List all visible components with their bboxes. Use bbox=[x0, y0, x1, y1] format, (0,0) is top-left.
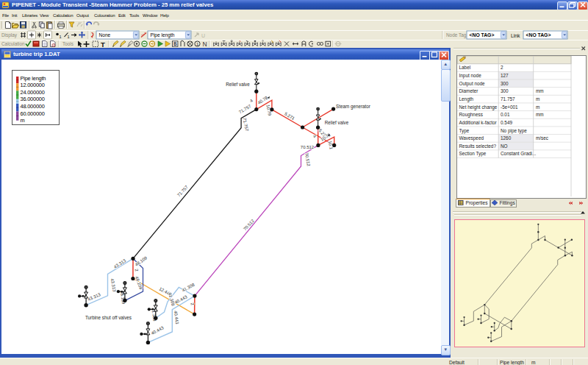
svg-text:-5e+001: -5e+001 bbox=[501, 104, 518, 109]
svg-text:Steam generator: Steam generator bbox=[336, 104, 370, 110]
svg-text:Tools: Tools bbox=[62, 41, 74, 46]
svg-text:Label: Label bbox=[459, 65, 471, 70]
svg-text:Calculation: Calculation bbox=[1, 41, 25, 46]
svg-text:Relief valve: Relief valve bbox=[325, 120, 349, 125]
svg-text:Wavespeed: Wavespeed bbox=[459, 135, 484, 141]
svg-text:43.313: 43.313 bbox=[87, 292, 101, 302]
svg-text:m: m bbox=[536, 104, 539, 109]
svg-text:NO: NO bbox=[501, 143, 508, 148]
svg-text:Pipe length: Pipe length bbox=[151, 32, 175, 38]
svg-text:1260: 1260 bbox=[501, 135, 512, 141]
svg-text:43.313: 43.313 bbox=[110, 278, 117, 293]
svg-text:0.01: 0.01 bbox=[501, 112, 510, 117]
svg-text:41.308: 41.308 bbox=[182, 282, 196, 292]
svg-text:Net height change: Net height change bbox=[459, 104, 498, 110]
svg-text:B: B bbox=[173, 41, 177, 46]
svg-text:Additional k-factor: Additional k-factor bbox=[459, 120, 498, 125]
svg-text:mm: mm bbox=[536, 88, 544, 93]
svg-text:4: 4 bbox=[312, 134, 318, 139]
svg-text:2: 2 bbox=[501, 65, 503, 70]
svg-text:Turbine shut off valves: Turbine shut off valves bbox=[85, 315, 132, 320]
svg-text:1: 1 bbox=[60, 35, 62, 39]
svg-text:mm: mm bbox=[536, 112, 544, 117]
svg-text:T: T bbox=[101, 40, 105, 49]
svg-text:40.443: 40.443 bbox=[151, 325, 165, 336]
svg-text:4: 4 bbox=[249, 98, 254, 103]
svg-text:m: m bbox=[536, 96, 539, 102]
svg-text:71.757: 71.757 bbox=[176, 184, 189, 197]
svg-text:0.549: 0.549 bbox=[501, 120, 512, 125]
svg-text:300: 300 bbox=[501, 80, 509, 85]
svg-text:Link: Link bbox=[511, 33, 520, 38]
svg-text:300: 300 bbox=[501, 88, 509, 93]
svg-text:<NO TAG>: <NO TAG> bbox=[470, 32, 495, 38]
svg-text:Diameter: Diameter bbox=[459, 88, 479, 93]
svg-text:Node Tag: Node Tag bbox=[446, 32, 467, 38]
svg-text:Output node: Output node bbox=[459, 80, 486, 86]
svg-text:None: None bbox=[99, 32, 111, 38]
svg-text:70.512: 70.512 bbox=[304, 152, 311, 167]
svg-text:Length: Length bbox=[459, 96, 474, 102]
svg-text:70.512: 70.512 bbox=[301, 145, 315, 149]
svg-text:m/sec: m/sec bbox=[536, 135, 549, 141]
svg-text:48.109: 48.109 bbox=[135, 255, 148, 267]
svg-text:Roughness: Roughness bbox=[459, 112, 483, 118]
svg-text:Relief valve: Relief valve bbox=[226, 82, 250, 87]
svg-text:Constant Gradi...: Constant Gradi... bbox=[501, 151, 537, 156]
svg-text:Type: Type bbox=[459, 127, 470, 133]
svg-text:<NO TAG>: <NO TAG> bbox=[526, 32, 551, 38]
svg-text:U: U bbox=[201, 33, 205, 38]
svg-text:40.443: 40.443 bbox=[174, 294, 189, 305]
svg-text:2: 2 bbox=[135, 269, 140, 272]
svg-text:N: N bbox=[203, 40, 207, 48]
svg-text:Results selected?: Results selected? bbox=[459, 143, 497, 148]
svg-text:48.109: 48.109 bbox=[135, 276, 143, 291]
svg-text:1: 1 bbox=[68, 35, 70, 39]
svg-text:Display: Display bbox=[1, 32, 18, 38]
svg-text:71.757: 71.757 bbox=[501, 96, 515, 102]
svg-text:Input node: Input node bbox=[459, 73, 482, 79]
svg-text:40.78: 40.78 bbox=[257, 95, 268, 105]
svg-text:127: 127 bbox=[501, 73, 509, 78]
svg-text:71.757: 71.757 bbox=[242, 117, 249, 132]
svg-text:40.443: 40.443 bbox=[173, 311, 180, 325]
svg-text:Section Type: Section Type bbox=[459, 151, 487, 157]
svg-text:No pipe type: No pipe type bbox=[501, 127, 527, 133]
